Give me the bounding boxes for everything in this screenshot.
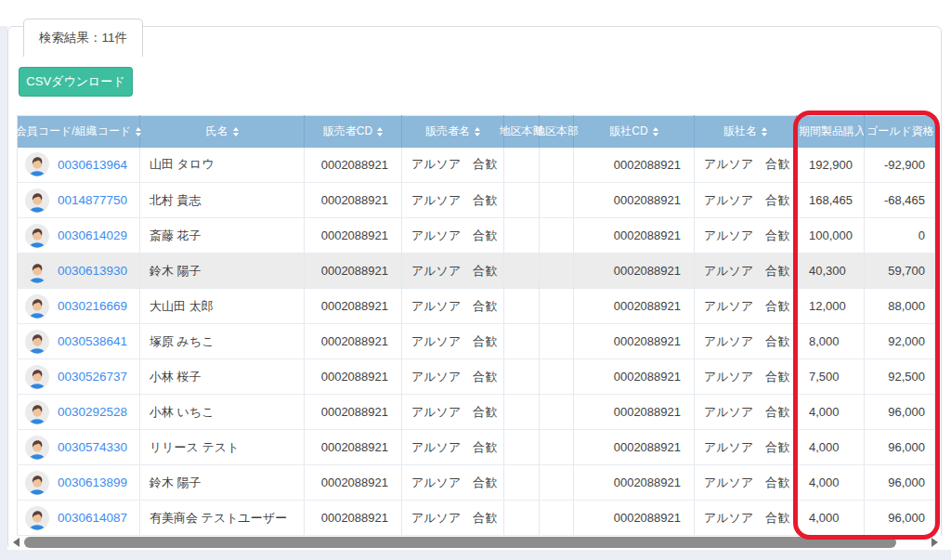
column-label: 販社名 [723,124,757,139]
cell-district_hq1 [504,148,540,183]
member-avatar-icon [25,294,49,319]
cell-hansha_cd: 0002088921 [574,465,695,501]
csv-download-button[interactable]: CSVダウンロード [19,67,133,97]
cell-seller_name: アルソア 合歓 [402,148,504,183]
cell-district_hq2 [540,148,574,183]
cell-name: 小林 いちこ [140,395,305,430]
cell-hansha_name: アルソア 合歓 [695,183,797,218]
member-code-link[interactable]: 0030613964 [58,158,127,172]
member-code-link[interactable]: 0030216669 [58,299,127,313]
member-code-link[interactable]: 0030614029 [58,228,127,242]
cell-seller_name: アルソア 合歓 [402,359,504,395]
column-header-member_code[interactable]: 会員コード/組織コード [18,116,140,148]
column-header-seller_cd[interactable]: 販売者CD [305,116,402,148]
member-code-link[interactable]: 0030526737 [58,370,127,384]
column-header-gold_shortfall: ゴールド資格不足 [865,116,935,148]
tab-label: 検索結果：11件 [39,30,127,46]
column-header-seller_name[interactable]: 販売者名 [402,116,504,148]
cell-hansha_name: アルソア 合歓 [695,395,797,430]
cell-hansha_cd: 0002088921 [574,289,695,324]
cell-member_code: 0030216669 [18,289,140,324]
cell-period_purchase: 4,000 [797,501,865,536]
column-header-hansha_cd[interactable]: 販社CD [574,116,695,148]
cell-hansha_name: アルソア 合歓 [695,501,797,536]
page-edge-left [0,26,7,560]
cell-seller_name: アルソア 合歓 [402,218,504,254]
sort-icon [475,127,480,137]
column-label: ゴールド資格不足 [866,124,934,139]
cell-name: 大山田 太郎 [140,289,305,324]
cell-hansha_name: アルソア 合歓 [695,465,797,501]
cell-seller_cd: 0002088921 [305,289,402,324]
cell-hansha_name: アルソア 合歓 [695,359,797,395]
table-row: 0030574330リリース テスト0002088921アルソア 合歓00020… [18,430,935,465]
cell-hansha_cd: 0002088921 [574,395,695,430]
member-avatar-icon [25,365,49,389]
cell-hansha_cd: 0002088921 [574,324,695,359]
cell-district_hq1 [504,359,540,395]
cell-seller_cd: 0002088921 [305,324,402,359]
sort-icon [377,127,383,137]
member-code-link[interactable]: 0030538641 [58,334,127,348]
table-row: 0030613930鈴木 陽子0002088921アルソア 合歓00020889… [18,254,935,289]
cell-member_code: 0030574330 [18,430,140,465]
scrollbar-thumb[interactable] [24,537,896,548]
cell-hansha_cd: 0002088921 [574,359,695,395]
column-label: 期間製品購入金額 [799,124,864,139]
cell-district_hq2 [540,254,574,289]
member-code-link[interactable]: 0030613930 [58,264,127,278]
member-code-link[interactable]: 0030292528 [58,405,127,419]
cell-district_hq1 [504,183,540,218]
cell-hansha_name: アルソア 合歓 [695,218,797,254]
cell-hansha_cd: 0002088921 [574,430,695,465]
member-code-link[interactable]: 0030614087 [58,511,127,525]
cell-hansha_name: アルソア 合歓 [695,430,797,465]
cell-seller_cd: 0002088921 [305,183,402,218]
cell-district_hq2 [540,501,574,536]
cell-member_code: 0030613899 [18,465,140,501]
sort-icon [233,127,239,137]
cell-gold_shortfall: -68,465 [865,183,935,218]
cell-seller_cd: 0002088921 [305,395,402,430]
cell-name: 塚原 みちこ [140,324,305,359]
cell-period_purchase: 7,500 [797,359,865,395]
cell-district_hq2 [540,430,574,465]
cell-gold_shortfall: 96,000 [865,465,935,501]
cell-hansha_cd: 0002088921 [574,501,695,536]
cell-seller_cd: 0002088921 [305,430,402,465]
sort-icon [653,127,658,137]
cell-period_purchase: 168,465 [797,183,865,218]
cell-name: 鈴木 陽子 [140,465,305,501]
sort-icon [762,127,767,137]
member-avatar-icon [25,471,49,495]
member-code-link[interactable]: 0030613899 [58,475,127,489]
table-row: 0030613899鈴木 陽子0002088921アルソア 合歓00020889… [18,465,935,501]
member-avatar-icon [25,259,49,283]
cell-name: 北村 貴志 [140,183,305,218]
cell-period_purchase: 192,900 [797,148,865,183]
cell-seller_name: アルソア 合歓 [402,254,504,289]
column-header-hansha_name[interactable]: 販社名 [695,116,797,148]
scroll-left-arrow-icon[interactable] [13,538,20,547]
results-table: 会員コード/組織コード氏名販売者CD販売者名地区本部地区本部販社CD販社名期間製… [17,115,935,536]
cell-gold_shortfall: 92,500 [865,359,935,395]
tab-search-results[interactable]: 検索結果：11件 [23,19,143,57]
cell-district_hq1 [504,254,540,289]
cell-hansha_name: アルソア 合歓 [695,289,797,324]
column-header-name[interactable]: 氏名 [140,116,305,148]
column-label: 会員コード/組織コード [16,124,131,139]
scroll-right-arrow-icon[interactable] [931,538,938,547]
cell-gold_shortfall: 88,000 [865,289,935,324]
cell-name: 斎藤 花子 [140,218,305,254]
cell-member_code: 0030613964 [18,148,140,183]
horizontal-scrollbar[interactable] [9,536,942,550]
table-row: 0030526737小林 桜子0002088921アルソア 合歓00020889… [18,359,935,395]
cell-hansha_cd: 0002088921 [574,148,695,183]
header-row: 会員コード/組織コード氏名販売者CD販売者名地区本部地区本部販社CD販社名期間製… [18,116,935,148]
cell-period_purchase: 12,000 [797,289,865,324]
table-row: 0030216669大山田 太郎0002088921アルソア 合歓0002088… [18,289,935,324]
cell-seller_cd: 0002088921 [305,465,402,501]
column-label: 販社CD [609,124,647,139]
member-code-link[interactable]: 0014877750 [58,193,127,207]
member-code-link[interactable]: 0030574330 [58,440,127,454]
